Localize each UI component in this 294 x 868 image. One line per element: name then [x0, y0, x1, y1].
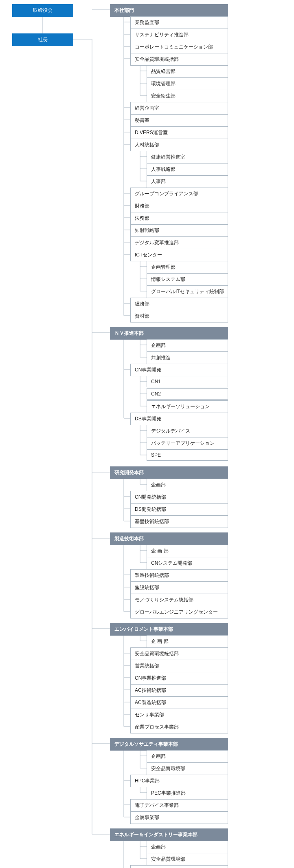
org-unit: グループコンプライアンス部: [130, 188, 228, 200]
division-header: エネルギー＆インダストリー事業本部: [110, 828, 228, 841]
org-unit: 総務部: [130, 298, 228, 310]
org-unit: 安全品質環境統括部: [130, 53, 228, 66]
org-unit: 企 画 部: [147, 545, 228, 557]
org-subunit: CN2: [147, 388, 228, 400]
org-unit: 業務監査部: [130, 16, 228, 29]
org-subunit: CN1: [147, 376, 228, 387]
org-subunit: 情報システム部: [147, 273, 228, 286]
org-unit: エナジーストレージ事業部: [130, 865, 228, 868]
org-subunit: 安全衛生部: [147, 90, 228, 102]
org-unit: AC技術統括部: [130, 684, 228, 697]
org-unit: DS開発統括部: [130, 503, 228, 516]
org-subunit: PEC事業推進部: [147, 787, 228, 800]
org-unit: 企画部: [147, 750, 228, 763]
org-unit: 安全品質環境部: [147, 853, 228, 866]
org-subunit: グローバルITセキュリティ統制部: [147, 285, 228, 298]
org-unit: 知財戦略部: [130, 224, 228, 237]
division-header: デジタルソサエティ事業本部: [110, 738, 228, 751]
org-unit: 財務部: [130, 200, 228, 212]
org-unit: 企画部: [147, 479, 228, 491]
org-unit: グローバルエンジニアリングセンター: [130, 606, 228, 618]
org-unit: DS事業開発: [130, 413, 228, 425]
org-unit: 法務部: [130, 212, 228, 225]
org-unit: サステナビリティ推進部: [130, 29, 228, 41]
org-unit: CN事業開発: [130, 364, 228, 376]
org-subunit: 健康経営推進室: [147, 151, 228, 163]
org-subunit: 環境管理部: [147, 77, 228, 90]
org-unit: DIVERS運営室: [130, 126, 228, 139]
org-subunit: 人事部: [147, 175, 228, 188]
org-unit: CN開発統括部: [130, 491, 228, 504]
org-unit: HPC事業部: [130, 775, 228, 787]
division-header: ＮＶ推進本部: [110, 327, 228, 340]
org-unit: 共創推進: [147, 351, 228, 364]
org-subunit: 品質経営部: [147, 65, 228, 78]
org-unit: CN事業推進部: [130, 672, 228, 685]
org-unit: 企画部: [147, 841, 228, 853]
division-header: 製造技術本部: [110, 532, 228, 545]
org-unit: 営業統括部: [130, 660, 228, 672]
division-header: 本社部門: [110, 4, 228, 17]
org-unit: モノづくりシステム統括部: [130, 594, 228, 606]
org-unit: センサ事業部: [130, 709, 228, 721]
board-of-directors: 取締役会: [12, 4, 73, 17]
org-subunit: 人事戦略部: [147, 163, 228, 176]
org-unit: 安全品質環境統括部: [130, 647, 228, 660]
org-unit: 施設統括部: [130, 581, 228, 594]
org-unit: 金属事業部: [130, 811, 228, 824]
org-unit: 基盤技術統括部: [130, 515, 228, 528]
org-subunit: エネルギーソリューション: [147, 400, 228, 413]
org-unit: デジタル変革推進部: [130, 236, 228, 249]
president: 社長: [12, 33, 73, 46]
org-unit: 安全品質環境部: [147, 762, 228, 775]
org-unit: 秘書室: [130, 114, 228, 127]
org-subunit: 企画管理部: [147, 261, 228, 274]
division-header: エンバイロメント事業本部: [110, 623, 228, 636]
org-unit: コーポレートコミュニケーション部: [130, 41, 228, 53]
org-subunit: バッテリーアプリケーション: [147, 437, 228, 450]
org-subunit: デジタルデバイス: [147, 425, 228, 437]
org-unit: 人材統括部: [130, 139, 228, 151]
org-unit: 製造技術統括部: [130, 569, 228, 582]
org-unit: AC製造統括部: [130, 696, 228, 709]
org-unit: 企 画 部: [147, 635, 228, 648]
org-unit: 資材部: [130, 310, 228, 322]
org-unit: 電子デバイス事業部: [130, 799, 228, 812]
org-unit: 経営企画室: [130, 102, 228, 115]
org-unit: ICTセンター: [130, 249, 228, 261]
division-header: 研究開発本部: [110, 466, 228, 479]
org-unit: 企画部: [147, 339, 228, 352]
org-unit: CNシステム開発部: [147, 557, 228, 570]
org-unit: 産業プロセス事業部: [130, 721, 228, 733]
org-subunit: SPE: [147, 449, 228, 461]
